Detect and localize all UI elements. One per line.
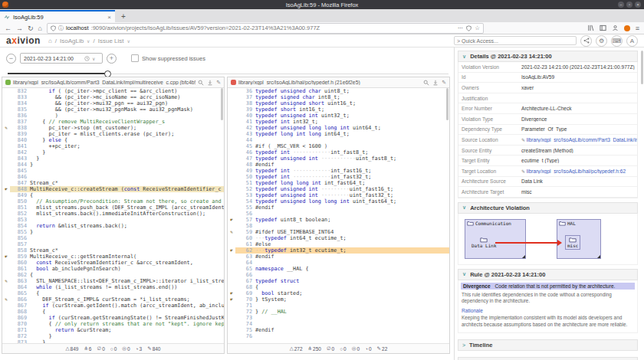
chevron-down-icon[interactable]: ∨ [87,38,90,44]
code-line[interactable]: 846 [2,174,224,180]
edit-icon[interactable]: ✎ [216,80,221,86]
code-line[interactable]: 52typedef unsigned int ·········uint_fas… [228,186,449,192]
code-line[interactable]: 45#if ( _MSC_VER < 1600 ) [228,143,449,149]
stat-warning[interactable]: △272 [290,345,303,352]
code-line[interactable]: 854 return &mlist_streams.back(); [2,223,224,229]
code-line[interactable]: ✎838 pc_iter->stop (mt_customer); [2,125,224,131]
code-line[interactable]: 76 [228,333,449,339]
breadcrumb-page[interactable]: Issue List [98,38,124,44]
rationale-link[interactable]: Rationale [462,308,634,313]
previous-version-button[interactable]: − [6,54,16,64]
tab-close-icon[interactable]: × [107,14,111,21]
menu-icon[interactable]: ≡ [636,24,639,33]
code-line[interactable]: ✎866 DEF_Stream_c_IMPL& curStream = *i_l… [2,296,224,303]
code-line[interactable]: 856 [2,235,224,241]
code-line[interactable]: 869 if (curStream.getStreamingState() !=… [2,315,224,321]
stat-fork[interactable]: ⋔6 [84,345,91,352]
code-line[interactable]: 842 } [2,149,224,155]
code-line[interactable]: 60···typedef int64_t ecutime_t; [228,235,449,241]
code-line[interactable]: 43typedef long int long int64_t; [228,131,449,137]
details-scrollbar[interactable] [641,51,643,84]
code-line[interactable]: 68{ [228,284,449,290]
quick-access-input[interactable] [454,36,577,45]
annotations-section-header[interactable]: > Annotations [458,357,638,360]
code-line[interactable]: ☛859MultiReceive_c::getStreamInternal( [2,254,224,260]
code-line[interactable]: 73 [228,315,449,321]
code-line[interactable]: 840 } else { [2,137,224,143]
back-icon[interactable]: ← [5,24,12,33]
code-line[interactable]: 75#endif [228,327,449,333]
stat-empty[interactable]: ∅0 [97,345,104,352]
edit-location-icon[interactable]: ✎ [521,169,527,174]
code-line[interactable]: 871 return &curStream; [2,327,224,333]
new-tab-button[interactable]: + [121,11,126,22]
forward-icon[interactable]: → [16,24,23,33]
hand-annotation-icon[interactable]: ☛ [2,254,10,260]
location-link[interactable]: library/xgpl_src/IsoAgLib/hal/pc/typedef… [527,169,626,174]
hand-annotation-icon[interactable]: ☛ [228,247,235,254]
code-line[interactable]: 50typedef int ············int_fast32_t; [228,174,449,180]
code-line[interactable]: 72} // __HAL [228,309,449,315]
url-bar[interactable]: ⓘ localhost :9090/axivion/projects/IsoAg… [47,23,484,34]
code-line[interactable]: 867 if (curStream.getIdent().match (arcc… [2,303,224,309]
settings-button[interactable]: ⚙ [596,35,607,47]
user-avatar[interactable]: A [626,35,638,47]
code-line[interactable]: 65namespace __HAL { [228,266,449,272]
code-line[interactable]: 872 } [2,333,224,339]
code-line[interactable]: 64 [228,260,449,266]
code-line[interactable]: ☛69 bool started; [228,290,449,296]
code-line[interactable]: 857 [2,241,224,247]
code-line[interactable]: 837 { // remove MultiReceiveClientWrappe… [2,119,224,125]
chevron-down-icon[interactable]: ∨ [92,56,95,61]
version-date-input[interactable] [24,56,82,61]
code-line[interactable]: ✎59#ifdef USE_TIMEBASE_INT64 [228,229,449,235]
code-line[interactable]: ✎863 STL_NAMESPACE::list<DEF_Stream_c_IM… [2,278,224,284]
code-line[interactable]: 67typedef struct [228,278,449,284]
code-line[interactable]: 40typedef unsigned int uint32_t; [228,113,449,119]
code-line[interactable]: 66 [228,272,449,278]
code-line[interactable]: 860 const ReceiveStreamIdentifier_c &arc… [2,260,224,266]
browser-tab[interactable]: IsoAgLib:59 × [0,10,115,22]
code-line[interactable]: 862{ [2,272,224,278]
code-line[interactable]: 832 if ( (pc_iter->mpc_client == &arc_cl… [2,88,224,94]
show-suppressed-label[interactable]: Show suppressed issues [142,55,205,62]
rule-section-header[interactable]: ∨ Rule @ 2021-02-23 14:21:00 [458,269,638,280]
code-scrollbar[interactable] [446,88,449,120]
maximize-button[interactable]: ▫ [626,2,632,8]
code-line[interactable]: 836 ) [2,113,224,119]
code-line[interactable]: 865 { [2,290,224,296]
site-info-icon[interactable]: ⓘ [58,25,64,32]
breadcrumb-project[interactable]: IsoAgLib [60,38,84,44]
edit-annotation-icon[interactable]: ✎ [2,278,10,284]
details-value[interactable]: ✎ library/xgpl_src/IsoAgLib/hal/pc/typed… [521,169,637,174]
code-line[interactable]: 843 } [2,155,224,162]
edit-location-icon[interactable]: ✎ [521,138,527,142]
edit-icon[interactable]: ✎ [442,80,446,86]
diagram-target-node[interactable]: misc [565,235,580,250]
code-line[interactable]: 36typedef unsigned char uint8_t; [228,88,449,94]
code-line[interactable]: 853 [2,217,224,223]
edit-annotation-icon[interactable]: ✎ [2,125,10,131]
shield-icon[interactable] [51,25,56,31]
code-line[interactable]: 850 // Assumption/Precondition: Stream n… [2,198,224,205]
keyboard-shortcuts-button[interactable]: ⌨ [611,35,623,47]
code-line[interactable]: ☛848MultiReceive_c::createStream (const … [2,186,224,192]
version-date-field[interactable]: ∨ [20,53,103,64]
stat-target[interactable]: ◎0 [352,345,360,352]
hand-annotation-icon[interactable]: ☛ [228,290,235,296]
hand-annotation-icon[interactable]: ☛ [2,186,10,192]
diagram-source-group[interactable]: Communication Data Link [465,219,526,259]
code-line[interactable]: 44 [228,137,449,143]
code-line[interactable]: 51typedef long long int int_fast64_t; [228,180,449,186]
stat-clock[interactable]: ◔0 [365,346,372,352]
code-line[interactable]: 845 [2,168,224,174]
code-line[interactable]: 42typedef unsigned long long int uint64_… [228,125,449,131]
code-line[interactable]: 861 bool ab_includePgnInSearch) [2,266,224,272]
extension-icon[interactable] [624,25,630,31]
home-icon[interactable]: ⌂ [38,24,42,33]
share-button[interactable] [580,35,592,47]
search-icon[interactable] [198,80,204,86]
code-line[interactable]: 855} [2,229,224,235]
code-line[interactable]: 55#endif [228,205,449,211]
code-line[interactable]: 39typedef short int16_t; [228,106,449,113]
